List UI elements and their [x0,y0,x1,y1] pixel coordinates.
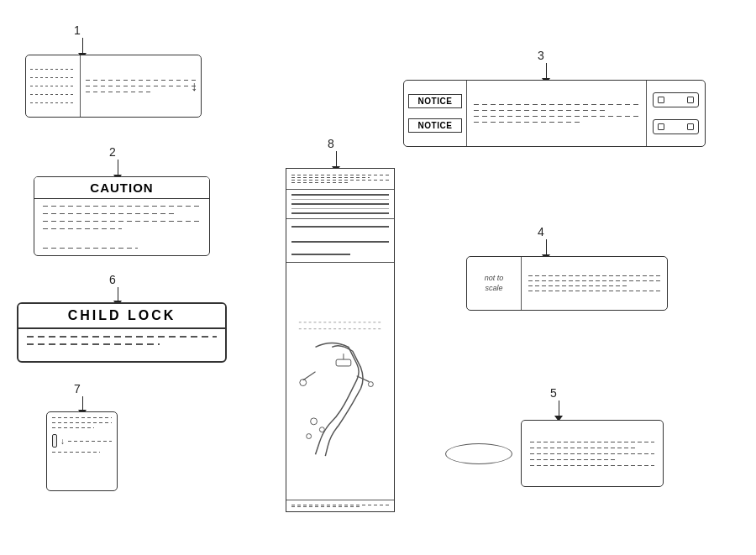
label-number-7: 7 [74,382,81,395]
svg-point-7 [319,427,324,432]
notice-2-text: NOTICE [408,118,462,133]
svg-point-8 [307,434,312,439]
label-4-icon-text: not toscale [467,257,522,310]
label-6: CHILD LOCK [17,302,227,363]
notice-1-text: NOTICE [408,94,462,108]
svg-rect-9 [336,359,351,366]
svg-point-5 [368,382,373,387]
svg-line-2 [303,372,316,380]
label-number-4: 4 [538,225,544,238]
label-number-2: 2 [109,145,116,159]
label-number-8: 8 [328,137,334,150]
label-8 [286,168,395,512]
svg-point-6 [311,418,318,425]
label-3: NOTICE NOTICE [403,80,706,147]
oval-shape [445,443,512,464]
label-4: not toscale [466,256,668,311]
caution-header: CAUTION [34,177,209,199]
label-7: ↓ [46,411,118,491]
label-5 [521,420,664,487]
scroll-arrow-icon: ↓ [191,79,197,94]
label-number-1: 1 [74,24,81,37]
child-lock-header: CHILD LOCK [18,304,225,329]
arrow-5 [554,401,563,421]
connector-bottom [653,119,699,134]
label-8-diagram [286,277,394,500]
svg-point-3 [300,380,307,386]
label-1: ↓ [25,55,202,118]
connector-top [653,92,699,107]
label-5-group [445,420,664,487]
label-number-5: 5 [550,386,557,400]
label-2: CAUTION [34,176,210,256]
label-number-6: 6 [109,273,116,286]
label-number-3: 3 [538,49,544,62]
